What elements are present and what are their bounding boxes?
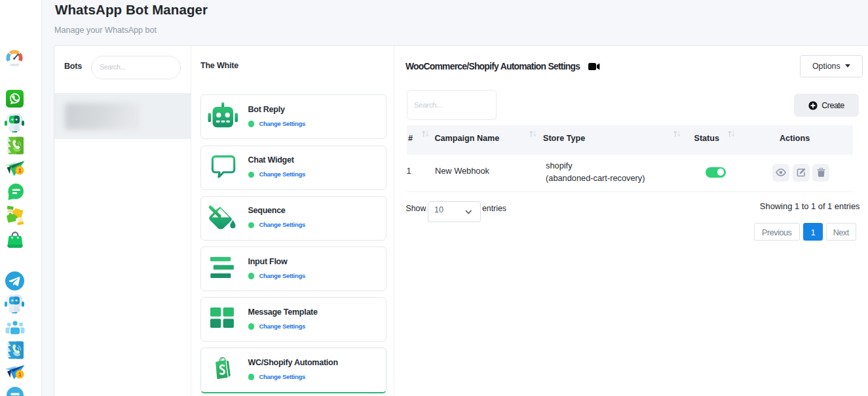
svg-text:1: 1 (18, 371, 22, 378)
svg-text:1: 1 (18, 167, 22, 174)
